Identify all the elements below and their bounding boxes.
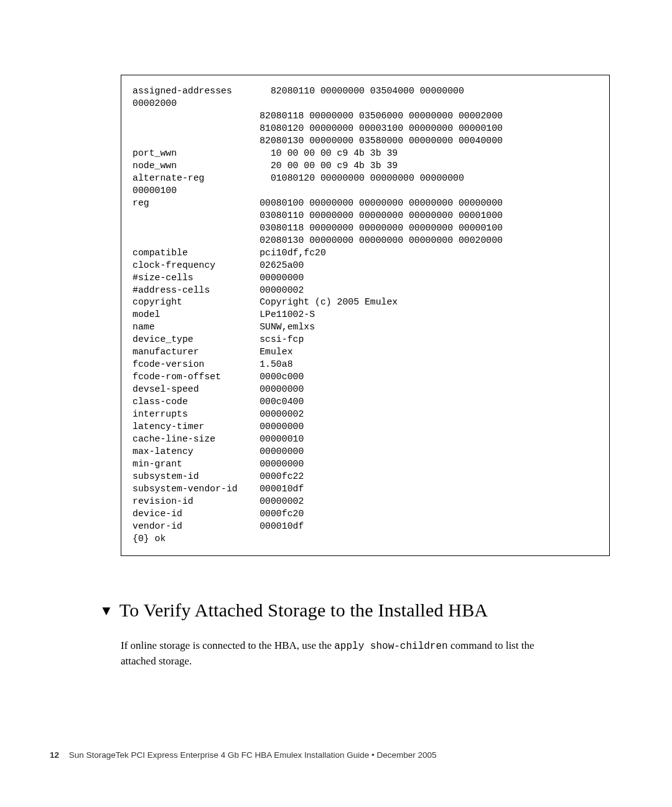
section-title: To Verify Attached Storage to the Instal… xyxy=(119,600,488,621)
code-block: assigned-addresses 82080110 00000000 035… xyxy=(121,75,610,556)
page-footer: 12 Sun StorageTek PCI Express Enterprise… xyxy=(50,750,437,760)
command-text: apply show-children xyxy=(334,641,447,652)
section-heading: ▼ To Verify Attached Storage to the Inst… xyxy=(100,600,610,621)
page-number: 12 xyxy=(50,750,59,760)
footer-text: Sun StorageTek PCI Express Enterprise 4 … xyxy=(69,750,437,760)
body-text-pre: If online storage is connected to the HB… xyxy=(121,639,334,651)
section-body: If online storage is connected to the HB… xyxy=(121,638,569,669)
triangle-down-icon: ▼ xyxy=(100,604,113,618)
